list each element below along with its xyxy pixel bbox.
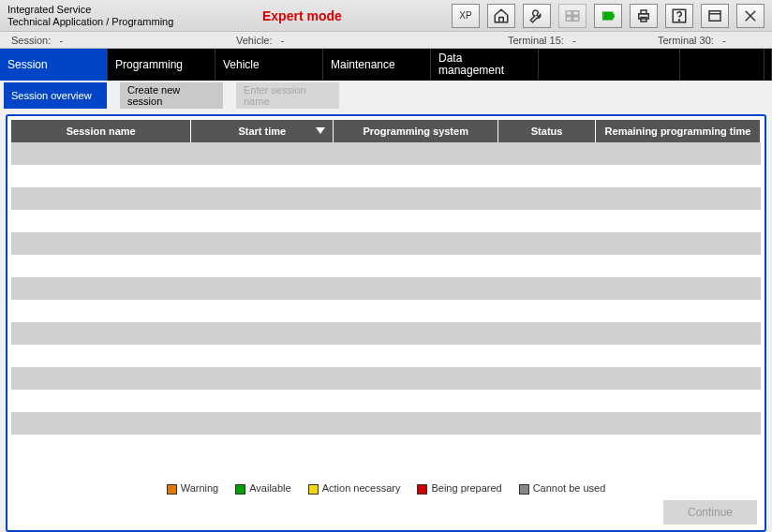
table-row[interactable] xyxy=(11,165,761,187)
main-tabs: Session Programming Vehicle Maintenance … xyxy=(0,49,772,81)
cell-status xyxy=(498,367,596,390)
cell-session_name xyxy=(11,277,191,300)
xp-button[interactable]: XP xyxy=(452,4,480,28)
table-row[interactable] xyxy=(11,412,761,435)
table-row[interactable] xyxy=(11,255,761,277)
cell-programming_system xyxy=(334,165,498,187)
legend-action-label: Action necessary xyxy=(322,482,401,494)
cell-remaining xyxy=(596,210,761,232)
cell-session_name xyxy=(11,255,191,277)
continue-button[interactable]: Continue xyxy=(663,500,757,525)
tiles-icon xyxy=(564,7,581,24)
help-button[interactable] xyxy=(665,4,693,28)
cell-remaining xyxy=(596,322,761,345)
table-row[interactable] xyxy=(11,277,761,300)
cell-status xyxy=(498,300,596,322)
info-t15-label: Terminal 15: xyxy=(508,35,564,46)
print-icon xyxy=(635,7,652,24)
col-status[interactable]: Status xyxy=(498,120,596,142)
svg-rect-0 xyxy=(566,10,572,15)
cell-status xyxy=(498,277,596,300)
cell-programming_system xyxy=(334,390,498,412)
cell-programming_system xyxy=(334,255,498,277)
app-title-line2: Technical Application / Programming xyxy=(7,16,262,28)
app-header: Integrated Service Technical Application… xyxy=(0,0,772,32)
legend-cannot: Cannot be used xyxy=(519,482,606,495)
tab-session[interactable]: Session xyxy=(0,49,108,81)
cell-start_time xyxy=(191,232,334,255)
cannot-swatch-icon xyxy=(519,484,529,495)
table-body xyxy=(11,142,761,457)
table-row[interactable] xyxy=(11,367,761,390)
cell-start_time xyxy=(191,367,334,390)
cell-programming_system xyxy=(334,300,498,322)
home-button[interactable] xyxy=(487,4,515,28)
svg-rect-12 xyxy=(709,10,720,21)
battery-button[interactable] xyxy=(594,4,622,28)
cell-remaining xyxy=(596,345,761,367)
cell-session_name xyxy=(11,210,191,232)
cell-status xyxy=(498,255,596,277)
tab-data-management[interactable]: Data management xyxy=(431,49,539,81)
cell-start_time xyxy=(191,277,334,300)
cell-remaining xyxy=(596,142,761,165)
cell-session_name xyxy=(11,345,191,367)
tab-blank-1 xyxy=(539,49,680,81)
table-row[interactable] xyxy=(11,142,761,165)
window-button[interactable] xyxy=(701,4,729,28)
cell-session_name xyxy=(11,300,191,322)
col-remaining[interactable]: Remaining programming time xyxy=(596,120,761,142)
cell-remaining xyxy=(596,187,761,210)
cell-start_time xyxy=(191,142,334,165)
tab-programming[interactable]: Programming xyxy=(108,49,215,81)
tab-vehicle[interactable]: Vehicle xyxy=(215,49,323,81)
svg-rect-6 xyxy=(604,13,611,18)
table-row[interactable] xyxy=(11,232,761,255)
cell-session_name xyxy=(11,390,191,412)
table-row[interactable] xyxy=(11,390,761,412)
col-prog-system[interactable]: Programming system xyxy=(334,120,498,142)
toolbar: XP xyxy=(452,4,772,28)
cell-programming_system xyxy=(334,322,498,345)
cell-status xyxy=(498,142,596,165)
subtab-enter-name: Enter session name xyxy=(236,82,339,109)
table-row[interactable] xyxy=(11,187,761,210)
cell-programming_system xyxy=(334,142,498,165)
wrench-icon xyxy=(528,7,545,24)
col-start-time[interactable]: Start time xyxy=(191,120,334,142)
cell-session_name xyxy=(11,322,191,345)
table-row[interactable] xyxy=(11,435,761,457)
cell-status xyxy=(498,187,596,210)
cell-start_time xyxy=(191,390,334,412)
subtab-enter-label: Enter session name xyxy=(244,84,330,107)
table-row[interactable] xyxy=(11,210,761,232)
close-button[interactable] xyxy=(736,4,765,28)
tab-maintenance[interactable]: Maintenance xyxy=(323,49,431,81)
svg-rect-3 xyxy=(573,16,579,21)
cell-session_name xyxy=(11,412,191,435)
panel-footer: Continue xyxy=(11,498,761,526)
legend: Warning Available Action necessary Being… xyxy=(11,477,761,498)
info-terminal15: Terminal 15: - xyxy=(497,35,646,46)
cell-status xyxy=(498,390,596,412)
print-button[interactable] xyxy=(630,4,658,28)
svg-rect-8 xyxy=(641,10,646,14)
table-row[interactable] xyxy=(11,345,761,367)
cell-status xyxy=(498,210,596,232)
prepared-swatch-icon xyxy=(417,484,427,495)
cell-remaining xyxy=(596,367,761,390)
tools-button[interactable] xyxy=(523,4,551,28)
cell-status xyxy=(498,165,596,187)
cell-remaining xyxy=(596,277,761,300)
legend-prepared-label: Being prepared xyxy=(431,482,501,494)
col-session-name[interactable]: Session name xyxy=(11,120,191,142)
table-row[interactable] xyxy=(11,300,761,322)
subtab-create-session[interactable]: Create new session xyxy=(120,82,223,109)
svg-rect-1 xyxy=(573,10,579,15)
table-row[interactable] xyxy=(11,322,761,345)
cell-start_time xyxy=(191,412,334,435)
layout-button[interactable] xyxy=(558,4,586,28)
cell-status xyxy=(498,322,596,345)
subtab-session-overview[interactable]: Session overview xyxy=(4,82,107,109)
close-icon xyxy=(742,7,759,24)
